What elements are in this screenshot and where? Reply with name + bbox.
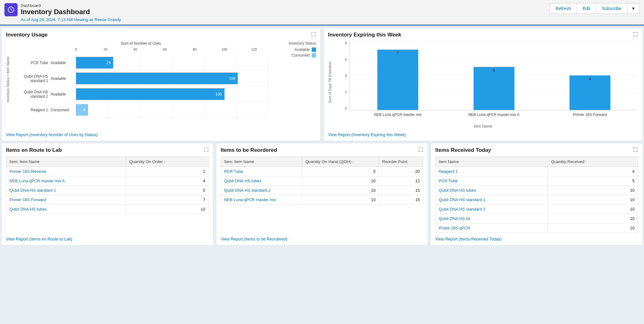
edit-button[interactable]: Edit [577, 3, 596, 14]
expand-icon[interactable] [311, 32, 316, 37]
yaxis-label: Sum of Days Till Expiration [328, 62, 332, 103]
table-row: NEB Luna qPCR master mix A4 [6, 176, 209, 186]
hbar-item-label: Qubit DNA HS standard 1 [13, 74, 51, 83]
ytick: 8 [345, 41, 347, 45]
table-row: Qubit DNA HS tubes10 [436, 186, 638, 195]
table-received: Item Name Quantity Received Reagent 14PC… [435, 157, 638, 233]
view-report-link[interactable]: View Report (Items en Route to Lab) [6, 237, 209, 241]
col-qoh[interactable]: Quantity On Hand (QOH) [302, 157, 379, 167]
xaxis-title: Item Name [328, 124, 638, 129]
legend: Inventory Status Available Consumed [272, 41, 316, 59]
item-link[interactable]: Qubit DNA HS standard 2 [224, 188, 271, 193]
item-link[interactable]: Qubit DNA HS kit [439, 216, 470, 221]
item-link[interactable]: NEB Luna qPCR master mix A [9, 178, 65, 183]
hbar-bar[interactable]: 109 [76, 73, 238, 84]
cell-value: 10 [548, 205, 638, 214]
cell-value: 15 [379, 195, 423, 205]
item-link[interactable]: PCR Tube [224, 169, 243, 174]
card-items-received: Items Received Today Item Name Quantity … [430, 143, 643, 245]
expand-icon[interactable] [418, 147, 423, 152]
item-link[interactable]: Qubit DNA HS tubes [9, 207, 47, 211]
vbar-bar[interactable]: 7 [377, 50, 418, 110]
table-row: Qubit DNA HS kit10 [436, 214, 638, 223]
hbar-row: Qubit DNA HS standard 2Available100 [13, 86, 269, 102]
hbar-item-label: Qubit DNA HS standard 2 [13, 90, 51, 99]
item-link[interactable]: Qubit DNA HS tubes [439, 188, 476, 193]
table-row: Primer 16S Forward7 [6, 195, 209, 205]
breadcrumb: Dashboard [21, 3, 121, 8]
subscribe-button[interactable]: Subscribe [596, 3, 627, 14]
item-link[interactable]: Reagent 1 [439, 169, 458, 174]
vbar-value-label: 5 [493, 68, 495, 73]
col-item-name[interactable]: Item Name [436, 157, 548, 167]
cell-value: 2 [126, 167, 208, 176]
item-link[interactable]: NEB Luna qPCR master mix [224, 197, 276, 202]
cell-value: 15 [379, 186, 423, 195]
ytick: 0 [345, 107, 347, 110]
vbar-value-label: 4 [589, 77, 591, 81]
item-link[interactable]: Qubit DNA HS tubes [224, 178, 262, 183]
card-items-enroute: Items en Route to Lab Item: Item Name Qu… [1, 143, 214, 245]
expand-icon[interactable] [633, 32, 638, 37]
table-row: Qubit DNA HS standard 110 [436, 195, 638, 205]
card-items-reorder: Items to be Reordered Item: Item Name Qu… [216, 143, 428, 245]
vbar-category-label: Primer 16S Forward [513, 113, 644, 117]
vbar-bar[interactable]: 5 [474, 67, 514, 110]
hbar-bar[interactable]: 25 [76, 57, 113, 69]
hbar-track: 100 [76, 86, 269, 102]
col-item-name[interactable]: Item: Item Name [221, 157, 302, 167]
hbar-status-label: Available [51, 61, 76, 65]
table-row: Probe 16S qPCR10 [436, 223, 638, 233]
card-inventory-usage: Inventory Usage Inventory Status > Item … [1, 28, 321, 141]
view-report-link[interactable]: View Report (Inventory Number of Uses by… [6, 132, 316, 137]
card-title: Inventory Usage [6, 32, 316, 38]
table-row: Qubit DNA HS standard 15 [6, 186, 209, 195]
cell-value: 5 [548, 176, 638, 186]
item-link[interactable]: PCR Tube [439, 178, 458, 183]
cell-value: 10 [302, 195, 379, 205]
page-title: Inventory Dashboard [21, 8, 121, 16]
hbar-track: 109 [76, 71, 269, 86]
vbar-col: 4Primer 16S Forward [551, 75, 629, 110]
xaxis-title: Sum of Number of Uses [13, 41, 269, 46]
view-report-link[interactable]: View Report (Items Received Today) [435, 237, 638, 241]
item-link[interactable]: Qubit DNA HS standard 1 [9, 188, 56, 193]
expand-icon[interactable] [633, 147, 638, 152]
cell-value: 4 [548, 167, 638, 176]
page-header: Dashboard Inventory Dashboard As of Aug … [0, 0, 644, 26]
item-link[interactable]: Primer 16S Forward [9, 197, 46, 202]
col-qty-on-order[interactable]: Quantity On Order [126, 157, 208, 167]
legend-label: Available [295, 47, 310, 52]
col-qty-received[interactable]: Quantity Received [548, 157, 638, 167]
vbar-bar[interactable]: 4 [569, 75, 610, 110]
cell-value: 10 [548, 186, 638, 195]
col-item-name[interactable]: Item: Item Name [6, 157, 126, 167]
col-reorder-point[interactable]: Reorder Point [379, 157, 423, 167]
item-link[interactable]: Qubit DNA HS standard 1 [439, 197, 485, 202]
refresh-button[interactable]: Refresh [550, 3, 577, 14]
table-row: Reagent 14 [436, 167, 638, 176]
cell-value: 4 [126, 176, 208, 186]
hbar-track: 25 [76, 55, 269, 71]
table-row: Qubit DNA HS tubes10 [6, 205, 209, 214]
more-actions-button[interactable]: ▼ [627, 3, 640, 14]
item-link[interactable]: Primer 16S Reverse [9, 169, 46, 174]
ytick: 4 [345, 74, 347, 78]
hbar-item-label: PCR Tube [13, 61, 51, 65]
hbar-bar[interactable]: 8 [76, 104, 88, 116]
item-link[interactable]: Qubit DNA HS standard 2 [439, 207, 485, 211]
viewing-as-subline[interactable]: As of Aug 29, 2024, 7:13 AM·Viewing as R… [21, 17, 121, 22]
view-report-link[interactable]: View Report (Items to be Reordered) [221, 237, 424, 241]
xtick: 120 [251, 47, 257, 51]
xtick: 60 [163, 47, 167, 51]
table-enroute: Item: Item Name Quantity On Order Primer… [6, 157, 209, 214]
table-row: Qubit DNA HS standard 210 [436, 205, 638, 214]
hbar-bar[interactable]: 100 [76, 88, 225, 100]
card-title: Inventory Expiring this Week [328, 32, 638, 38]
item-link[interactable]: Probe 16S qPCR [439, 226, 470, 230]
table-row: Qubit DNA HS standard 21015 [221, 186, 423, 195]
view-report-link[interactable]: View Report (Inventory Expiring this Wee… [328, 132, 638, 137]
cell-value: 5 [126, 186, 208, 195]
xtick: 40 [133, 47, 137, 51]
expand-icon[interactable] [204, 147, 209, 152]
